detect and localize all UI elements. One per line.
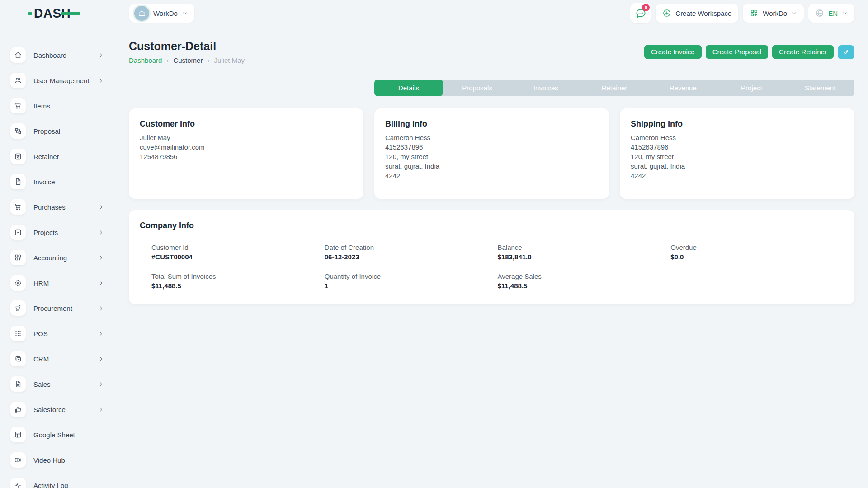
home-icon: [10, 47, 26, 63]
tab-project[interactable]: Project: [717, 80, 786, 96]
tab-revenue[interactable]: Revenue: [649, 80, 717, 96]
tab-proposals[interactable]: Proposals: [443, 80, 512, 96]
info-cards-row: Customer Info Juliet Maycuve@mailinator.…: [129, 108, 854, 199]
sidebar-item-items[interactable]: Items: [10, 98, 104, 113]
messages-badge: 0: [642, 4, 650, 11]
sidebar-item-label: HRM: [33, 279, 49, 287]
document-icon: [10, 376, 26, 392]
shipping-info-lines: Cameron Hess4152637896120, my streetsura…: [631, 133, 844, 180]
customer-info-lines: Juliet Maycuve@mailinator.com1254879856: [140, 133, 353, 161]
create-invoice-button[interactable]: Create Invoice: [644, 45, 702, 59]
chevron-right-icon: [98, 356, 104, 362]
company-field-overdue: Overdue$0.0: [670, 244, 844, 261]
sidebar-item-crm[interactable]: CRM: [10, 351, 104, 366]
company-field-date-of-creation: Date of Creation06-12-2023: [325, 244, 498, 261]
sidebar-item-dashboard[interactable]: Dashboard: [10, 47, 104, 63]
sidebar-item-google-sheet[interactable]: Google Sheet: [10, 427, 104, 442]
workspace-switcher[interactable]: WorkDo: [129, 4, 194, 23]
field-label: Date of Creation: [325, 244, 498, 251]
breadcrumb: Dashboard › Customer › Juliet May: [129, 56, 245, 64]
info-line: Cameron Hess: [385, 133, 598, 142]
sidebar-item-label: Video Hub: [33, 456, 65, 464]
sidebar-item-user-management[interactable]: User Management: [10, 73, 104, 88]
sidebar-item-pos[interactable]: POS: [10, 326, 104, 341]
workdo-apps-button[interactable]: WorkDo: [743, 4, 804, 23]
language-selector[interactable]: EN: [808, 4, 854, 23]
create-workspace-label: Create Workspace: [675, 9, 731, 17]
company-info-card: Company Info Customer Id#CUST00004Date o…: [129, 210, 854, 304]
chevron-down-icon: [791, 10, 797, 16]
sidebar-item-procurement[interactable]: Procurement: [10, 300, 104, 316]
info-line: 4152637896: [385, 142, 598, 152]
tab-retainer[interactable]: Retainer: [580, 80, 649, 96]
logo-area: DASH: [0, 5, 118, 21]
check-square-icon: [10, 225, 26, 240]
tab-details[interactable]: Details: [374, 80, 443, 96]
sidebar-nav: Dashboard User Management Items Proposal…: [0, 47, 118, 488]
field-label: Total Sum of Invoices: [151, 272, 325, 280]
sidebar-item-label: POS: [33, 330, 48, 338]
sidebar-item-label: Google Sheet: [33, 431, 75, 439]
info-line: 4152637896: [631, 142, 844, 152]
sidebar-item-label: Salesforce: [33, 406, 66, 413]
field-value: $0.0: [670, 253, 844, 261]
breadcrumb-customer-link[interactable]: Customer: [173, 56, 203, 64]
tab-statement[interactable]: Statement: [786, 80, 854, 96]
company-field-total-sum-of-invoices: Total Sum of Invoices$11,488.5: [151, 272, 325, 290]
breadcrumb-dashboard-link[interactable]: Dashboard: [129, 56, 162, 64]
chevron-right-icon: [98, 407, 104, 413]
sidebar-item-proposal[interactable]: Proposal: [10, 123, 104, 139]
breadcrumb-separator: ›: [166, 56, 169, 64]
shipping-info-card: Shipping Info Cameron Hess4152637896120,…: [620, 108, 854, 199]
field-label: Overdue: [670, 244, 844, 251]
user-group-icon: [10, 73, 26, 88]
chevron-right-icon: [98, 78, 104, 84]
sidebar-item-projects[interactable]: Projects: [10, 225, 104, 240]
tab-invoices[interactable]: Invoices: [511, 80, 580, 96]
chevron-right-icon: [98, 255, 104, 261]
create-retainer-button[interactable]: Create Retainer: [772, 45, 834, 59]
chevron-right-icon: [98, 230, 104, 235]
workspace-name: WorkDo: [153, 9, 178, 17]
field-value: #CUST00004: [151, 253, 325, 261]
company-field-quantity-of-invoice: Quantity of Invoice1: [325, 272, 498, 290]
edit-customer-button[interactable]: [838, 45, 854, 59]
sidebar-item-retainer[interactable]: Retainer: [10, 149, 104, 164]
video-camera-icon: [10, 452, 26, 468]
billing-info-card: Billing Info Cameron Hess4152637896120, …: [374, 108, 609, 199]
language-code: EN: [828, 9, 838, 17]
shopping-cart-icon: [10, 199, 26, 215]
sidebar-item-sales[interactable]: Sales: [10, 376, 104, 392]
main-content: Customer-Detail Dashboard › Customer › J…: [118, 26, 868, 488]
info-line: surat, gujrat, India: [631, 161, 844, 171]
sidebar-item-activity-log[interactable]: Activity Log: [10, 478, 104, 488]
page-title: Customer-Detail: [129, 40, 245, 53]
workspace-avatar: [134, 6, 149, 21]
sidebar-item-label: Purchases: [33, 203, 66, 211]
sidebar-item-purchases[interactable]: Purchases: [10, 199, 104, 215]
cart-arrow-icon: [10, 300, 26, 316]
top-header: DASH WorkDo 0 Create Workspace WorkDo EN: [0, 0, 868, 26]
sidebar-item-hrm[interactable]: HRM: [10, 275, 104, 291]
title-block: Customer-Detail Dashboard › Customer › J…: [129, 40, 245, 64]
info-line: 1254879856: [140, 152, 353, 161]
sidebar-item-video-hub[interactable]: Video Hub: [10, 452, 104, 468]
info-line: Cameron Hess: [631, 133, 844, 142]
sidebar-item-accounting[interactable]: Accounting: [10, 250, 104, 265]
invoice-file-icon: [10, 174, 26, 189]
dash-logo[interactable]: DASH: [28, 5, 80, 21]
chevron-right-icon: [98, 204, 104, 210]
page-actions: Create Invoice Create Proposal Create Re…: [644, 45, 854, 59]
grid-plus-icon: [10, 250, 26, 265]
sidebar-item-invoice[interactable]: Invoice: [10, 174, 104, 189]
messages-button[interactable]: 0: [630, 3, 651, 23]
sidebar-item-salesforce[interactable]: Salesforce: [10, 402, 104, 417]
sidebar-item-label: Projects: [33, 229, 58, 236]
create-proposal-button[interactable]: Create Proposal: [706, 45, 768, 59]
company-field-average-sales: Average Sales$11,488.5: [498, 272, 671, 290]
shopping-cart-icon: [10, 98, 26, 113]
info-line: 120, my street: [385, 152, 598, 161]
info-line: 4242: [631, 171, 844, 180]
thumbs-up-icon: [10, 402, 26, 417]
create-workspace-button[interactable]: Create Workspace: [656, 4, 738, 23]
